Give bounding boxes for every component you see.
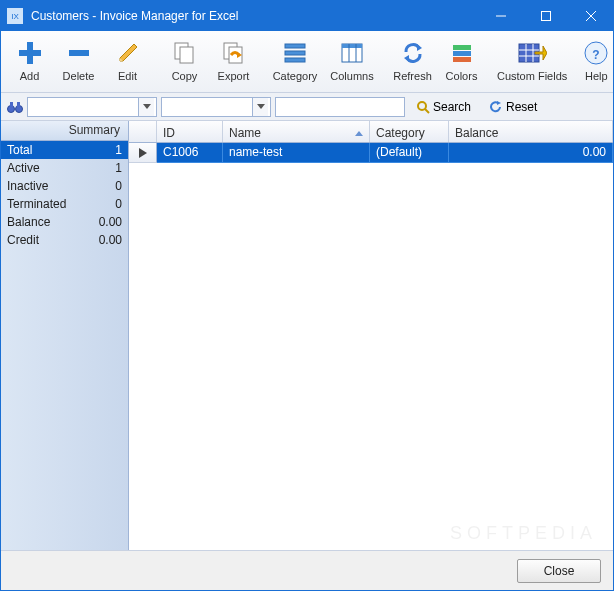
footer: Close — [1, 550, 613, 590]
close-icon — [586, 11, 596, 21]
search-icon — [416, 100, 430, 114]
category-button[interactable]: Category — [268, 34, 322, 90]
filter-op-input[interactable] — [162, 98, 252, 116]
cell-category: (Default) — [370, 143, 449, 163]
column-balance[interactable]: Balance — [449, 121, 613, 142]
cell-balance: 0.00 — [449, 143, 613, 163]
add-button[interactable]: Add — [7, 34, 52, 90]
reset-button[interactable]: Reset — [482, 97, 544, 117]
copy-button[interactable]: Copy — [162, 34, 207, 90]
filter-field-combo[interactable] — [27, 97, 157, 117]
filter-bar: Search Reset — [1, 93, 613, 121]
sort-asc-icon — [355, 131, 363, 136]
grid-body[interactable]: C1006name-test(Default)0.00 — [129, 143, 613, 550]
svg-marker-21 — [417, 44, 422, 51]
pencil-icon — [113, 38, 143, 68]
sidebar-row-key: Active — [7, 161, 92, 175]
summary-sidebar: Summary Total1Active1Inactive0Terminated… — [1, 121, 129, 550]
export-button[interactable]: Export — [211, 34, 256, 90]
column-name[interactable]: Name — [223, 121, 370, 142]
column-category[interactable]: Category — [370, 121, 449, 142]
refresh-button[interactable]: Refresh — [390, 34, 435, 90]
binoculars-icon — [7, 99, 23, 115]
svg-rect-24 — [453, 51, 471, 56]
columns-button[interactable]: Columns — [326, 34, 378, 90]
delete-button[interactable]: Delete — [56, 34, 101, 90]
svg-rect-37 — [17, 102, 20, 107]
close-button[interactable]: Close — [517, 559, 601, 583]
sidebar-row-total[interactable]: Total1 — [1, 141, 128, 159]
filter-op-combo[interactable] — [161, 97, 271, 117]
svg-marker-22 — [404, 55, 409, 62]
sidebar-header: Summary — [1, 121, 128, 141]
column-id[interactable]: ID — [157, 121, 223, 142]
help-button[interactable]: ? Help — [580, 34, 612, 90]
svg-marker-43 — [139, 148, 147, 158]
close-window-button[interactable] — [568, 1, 613, 31]
sidebar-row-active[interactable]: Active1 — [1, 159, 128, 177]
svg-rect-16 — [285, 58, 305, 62]
svg-marker-42 — [497, 101, 501, 105]
search-button[interactable]: Search — [409, 97, 478, 117]
edit-button[interactable]: Edit — [105, 34, 150, 90]
refresh-icon — [398, 38, 428, 68]
chevron-down-icon[interactable] — [252, 98, 268, 116]
sidebar-row-key: Terminated — [7, 197, 92, 211]
svg-rect-14 — [285, 44, 305, 48]
copy-icon — [170, 38, 200, 68]
title-bar: IX Customers - Invoice Manager for Excel — [1, 1, 613, 31]
svg-rect-23 — [453, 45, 471, 50]
minimize-button[interactable] — [478, 1, 523, 31]
minimize-icon — [496, 11, 506, 21]
window-title: Customers - Invoice Manager for Excel — [29, 9, 478, 23]
svg-text:?: ? — [593, 48, 600, 62]
svg-line-41 — [425, 109, 429, 113]
sidebar-row-value: 0 — [92, 197, 122, 211]
row-header-column[interactable] — [129, 121, 157, 142]
sidebar-row-credit[interactable]: Credit0.00 — [1, 231, 128, 249]
custom-fields-button[interactable]: Custom Fields — [496, 34, 568, 90]
search-box[interactable] — [275, 97, 405, 117]
toolbar: Add Delete Edit Copy — [1, 31, 613, 93]
main-area: Summary Total1Active1Inactive0Terminated… — [1, 121, 613, 550]
maximize-button[interactable] — [523, 1, 568, 31]
sidebar-row-value: 1 — [92, 161, 122, 175]
minus-icon — [64, 38, 94, 68]
maximize-icon — [541, 11, 551, 21]
data-grid: ID Name Category Balance C1006name-test(… — [129, 121, 613, 550]
colors-button[interactable]: Colors — [439, 34, 484, 90]
columns-icon — [337, 38, 367, 68]
grid-header: ID Name Category Balance — [129, 121, 613, 143]
sidebar-row-value: 0 — [92, 179, 122, 193]
colors-icon — [447, 38, 477, 68]
svg-rect-18 — [342, 44, 362, 48]
sidebar-row-balance[interactable]: Balance0.00 — [1, 213, 128, 231]
svg-rect-5 — [19, 50, 41, 56]
svg-rect-6 — [69, 50, 89, 56]
chevron-down-icon[interactable] — [138, 98, 154, 116]
svg-marker-7 — [120, 44, 137, 61]
row-indicator — [129, 143, 157, 163]
svg-rect-10 — [180, 47, 193, 63]
sidebar-row-key: Total — [7, 143, 92, 157]
svg-rect-36 — [10, 102, 13, 107]
cell-id: C1006 — [157, 143, 223, 163]
custom-fields-icon — [517, 38, 547, 68]
sidebar-row-value: 0.00 — [92, 215, 122, 229]
sidebar-row-terminated[interactable]: Terminated0 — [1, 195, 128, 213]
svg-marker-38 — [143, 104, 151, 109]
table-row[interactable]: C1006name-test(Default)0.00 — [129, 143, 613, 163]
category-icon — [280, 38, 310, 68]
plus-icon — [15, 38, 45, 68]
sidebar-row-key: Credit — [7, 233, 92, 247]
sidebar-row-inactive[interactable]: Inactive0 — [1, 177, 128, 195]
svg-rect-25 — [453, 57, 471, 62]
search-input[interactable] — [276, 98, 402, 116]
reset-icon — [489, 100, 503, 114]
cell-name: name-test — [223, 143, 370, 163]
filter-field-input[interactable] — [28, 98, 138, 116]
sidebar-row-value: 0.00 — [92, 233, 122, 247]
sidebar-row-key: Inactive — [7, 179, 92, 193]
svg-rect-15 — [285, 51, 305, 55]
svg-marker-39 — [257, 104, 265, 109]
